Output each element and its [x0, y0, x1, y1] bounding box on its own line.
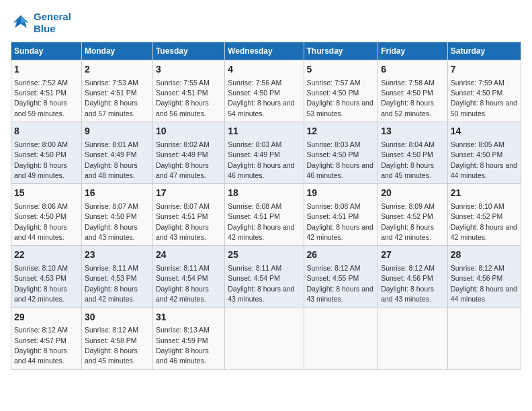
daylight-text: Daylight: 8 hours and 43 minutes. [307, 285, 373, 303]
sunset-text: Sunset: 4:52 PM [381, 212, 433, 220]
daylight-text: Daylight: 8 hours and 42 minutes. [14, 285, 67, 303]
day-number: 9 [85, 125, 150, 138]
calendar-cell: 18 Sunrise: 8:08 AM Sunset: 4:51 PM Dayl… [225, 184, 304, 246]
sunset-text: Sunset: 4:51 PM [14, 89, 66, 97]
sunset-text: Sunset: 4:50 PM [14, 212, 66, 220]
sunset-text: Sunset: 4:54 PM [228, 274, 280, 282]
day-number: 12 [307, 125, 375, 138]
calendar-cell: 24 Sunrise: 8:11 AM Sunset: 4:54 PM Dayl… [152, 246, 224, 308]
sunrise-text: Sunrise: 8:13 AM [156, 326, 210, 334]
calendar-cell: 10 Sunrise: 8:02 AM Sunset: 4:49 PM Dayl… [152, 122, 224, 184]
sunrise-text: Sunrise: 8:08 AM [228, 202, 281, 210]
day-number: 4 [228, 63, 300, 77]
calendar-header-row: SundayMondayTuesdayWednesdayThursdayFrid… [11, 42, 521, 60]
calendar-cell: 9 Sunrise: 8:01 AM Sunset: 4:49 PM Dayli… [81, 122, 152, 184]
calendar-cell: 29 Sunrise: 8:12 AM Sunset: 4:57 PM Dayl… [11, 308, 82, 369]
day-number: 30 [85, 311, 150, 324]
daylight-text: Daylight: 8 hours and 56 minutes. [156, 99, 209, 117]
col-header-thursday: Thursday [304, 42, 378, 60]
day-number: 15 [14, 187, 79, 200]
logo-text: General Blue [34, 11, 71, 35]
sunset-text: Sunset: 4:49 PM [85, 150, 137, 158]
day-number: 13 [381, 125, 445, 138]
calendar-cell: 27 Sunrise: 8:12 AM Sunset: 4:56 PM Dayl… [378, 246, 448, 308]
calendar-cell: 2 Sunrise: 7:53 AM Sunset: 4:51 PM Dayli… [81, 60, 152, 122]
day-number: 18 [228, 187, 300, 200]
week-row-1: 1 Sunrise: 7:52 AM Sunset: 4:51 PM Dayli… [11, 60, 521, 122]
daylight-text: Daylight: 8 hours and 59 minutes. [14, 99, 67, 117]
week-row-3: 15 Sunrise: 8:06 AM Sunset: 4:50 PM Dayl… [11, 184, 521, 246]
sunrise-text: Sunrise: 8:02 AM [156, 140, 210, 148]
calendar-cell: 4 Sunrise: 7:56 AM Sunset: 4:50 PM Dayli… [225, 60, 304, 122]
day-number: 29 [14, 311, 79, 324]
daylight-text: Daylight: 8 hours and 42 minutes. [451, 223, 517, 241]
daylight-text: Daylight: 8 hours and 43 minutes. [85, 223, 138, 241]
day-number: 19 [307, 187, 375, 200]
sunset-text: Sunset: 4:56 PM [451, 274, 503, 282]
calendar-cell: 7 Sunrise: 7:59 AM Sunset: 4:50 PM Dayli… [447, 60, 521, 122]
calendar-cell: 23 Sunrise: 8:11 AM Sunset: 4:53 PM Dayl… [81, 246, 152, 308]
daylight-text: Daylight: 8 hours and 42 minutes. [381, 223, 434, 241]
sunset-text: Sunset: 4:50 PM [14, 150, 66, 158]
col-header-tuesday: Tuesday [152, 42, 224, 60]
calendar-cell: 3 Sunrise: 7:55 AM Sunset: 4:51 PM Dayli… [152, 60, 224, 122]
calendar-cell: 15 Sunrise: 8:06 AM Sunset: 4:50 PM Dayl… [11, 184, 82, 246]
day-number: 28 [451, 248, 518, 262]
col-header-friday: Friday [378, 42, 448, 60]
day-number: 14 [451, 125, 518, 138]
day-number: 6 [381, 63, 445, 77]
week-row-4: 22 Sunrise: 8:10 AM Sunset: 4:53 PM Dayl… [11, 246, 521, 308]
sunset-text: Sunset: 4:50 PM [307, 150, 359, 158]
sunrise-text: Sunrise: 8:12 AM [85, 326, 138, 334]
day-number: 8 [14, 125, 79, 138]
day-number: 20 [381, 187, 445, 200]
daylight-text: Daylight: 8 hours and 44 minutes. [451, 161, 517, 179]
day-number: 5 [307, 63, 375, 77]
col-header-wednesday: Wednesday [225, 42, 304, 60]
calendar-cell [304, 308, 378, 369]
daylight-text: Daylight: 8 hours and 42 minutes. [85, 285, 138, 303]
calendar-cell: 20 Sunrise: 8:09 AM Sunset: 4:52 PM Dayl… [378, 184, 448, 246]
daylight-text: Daylight: 8 hours and 43 minutes. [228, 285, 294, 303]
sunset-text: Sunset: 4:49 PM [228, 150, 280, 158]
calendar-cell: 1 Sunrise: 7:52 AM Sunset: 4:51 PM Dayli… [11, 60, 82, 122]
calendar-cell: 21 Sunrise: 8:10 AM Sunset: 4:52 PM Dayl… [447, 184, 521, 246]
sunset-text: Sunset: 4:59 PM [156, 336, 208, 345]
sunrise-text: Sunrise: 8:08 AM [307, 202, 361, 210]
daylight-text: Daylight: 8 hours and 45 minutes. [85, 347, 138, 365]
day-number: 16 [85, 187, 150, 200]
sunrise-text: Sunrise: 8:10 AM [14, 264, 68, 272]
calendar-cell: 28 Sunrise: 8:12 AM Sunset: 4:56 PM Dayl… [447, 246, 521, 308]
calendar-cell: 14 Sunrise: 8:05 AM Sunset: 4:50 PM Dayl… [447, 122, 521, 184]
sunrise-text: Sunrise: 8:00 AM [14, 140, 68, 148]
daylight-text: Daylight: 8 hours and 57 minutes. [85, 99, 138, 117]
col-header-saturday: Saturday [447, 42, 521, 60]
sunset-text: Sunset: 4:53 PM [85, 274, 137, 282]
sunset-text: Sunset: 4:51 PM [228, 212, 280, 220]
daylight-text: Daylight: 8 hours and 45 minutes. [381, 161, 434, 179]
calendar-cell: 31 Sunrise: 8:13 AM Sunset: 4:59 PM Dayl… [152, 308, 224, 369]
daylight-text: Daylight: 8 hours and 47 minutes. [156, 161, 209, 179]
sunrise-text: Sunrise: 8:10 AM [451, 202, 504, 210]
daylight-text: Daylight: 8 hours and 54 minutes. [228, 99, 294, 117]
calendar-cell: 11 Sunrise: 8:03 AM Sunset: 4:49 PM Dayl… [225, 122, 304, 184]
sunset-text: Sunset: 4:52 PM [451, 212, 503, 220]
logo: General Blue [11, 11, 71, 35]
sunrise-text: Sunrise: 8:04 AM [381, 140, 435, 148]
daylight-text: Daylight: 8 hours and 42 minutes. [307, 223, 373, 241]
sunset-text: Sunset: 4:51 PM [85, 89, 137, 97]
calendar-cell: 16 Sunrise: 8:07 AM Sunset: 4:50 PM Dayl… [81, 184, 152, 246]
calendar-cell [378, 308, 448, 369]
sunrise-text: Sunrise: 8:12 AM [451, 264, 504, 272]
daylight-text: Daylight: 8 hours and 49 minutes. [14, 161, 67, 179]
calendar-cell [447, 308, 521, 369]
week-row-5: 29 Sunrise: 8:12 AM Sunset: 4:57 PM Dayl… [11, 308, 521, 369]
calendar-cell: 12 Sunrise: 8:03 AM Sunset: 4:50 PM Dayl… [304, 122, 378, 184]
sunset-text: Sunset: 4:58 PM [85, 336, 137, 345]
calendar-cell: 19 Sunrise: 8:08 AM Sunset: 4:51 PM Dayl… [304, 184, 378, 246]
day-number: 24 [156, 248, 222, 262]
sunrise-text: Sunrise: 8:07 AM [156, 202, 210, 210]
sunset-text: Sunset: 4:50 PM [381, 150, 433, 158]
daylight-text: Daylight: 8 hours and 46 minutes. [307, 161, 373, 179]
calendar-cell: 8 Sunrise: 8:00 AM Sunset: 4:50 PM Dayli… [11, 122, 82, 184]
